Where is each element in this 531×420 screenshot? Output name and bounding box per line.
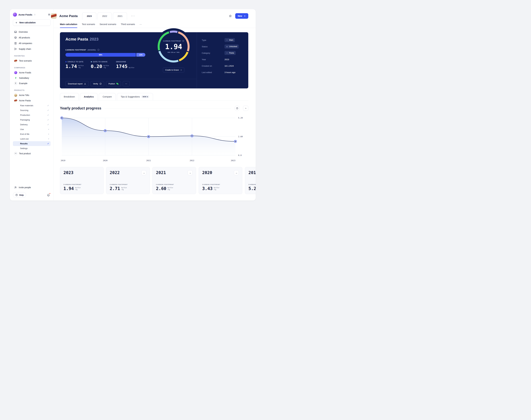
pasta-section-label: Delivery [20,123,28,126]
scope-select[interactable]: Cradle to Grave [163,68,184,73]
page-title: Acme Pasta [59,14,78,18]
gauge-label: CARBON FOOTPRINT [163,40,181,42]
more-scenarios-button[interactable]: ··· [140,21,142,28]
verify-button[interactable]: Verify [91,81,104,86]
sidebar-item-all-companies[interactable]: All companies [13,41,50,46]
detail-row-created-on: Created on 18.1.2024 [202,63,243,68]
notification-dot [49,193,50,194]
stat-value: 1745 [116,64,127,69]
download-report-button[interactable]: Download report [65,81,89,86]
stat-value: 1.74 [65,64,77,69]
more-years-button[interactable]: ··· [128,12,138,20]
pasta-section-delivery[interactable]: Delivery✓ [13,122,50,127]
new-calculation-button[interactable]: New calculation [13,19,50,26]
help-button[interactable]: Help [13,192,26,198]
pasta-section-label: Settings [20,147,28,150]
category-value: Pasta [229,52,234,54]
tab-analytics[interactable]: Analytics [80,93,98,100]
tab-test-scenario[interactable]: Test scenario [82,21,95,28]
svg-text:2019: 2019 [61,159,65,162]
tab-compare[interactable]: Compare [99,93,116,100]
hero-card: Acme Pasta2023 CARBON FOOTPRINT (SHARE) … [60,32,248,89]
pasta-section-label: Results [20,142,28,145]
chevron-updown-icon [34,14,36,16]
year-tab-2023[interactable]: 2023 [82,12,96,20]
tab-breakdown[interactable]: Breakdown [60,93,79,100]
content-area: Acme Pasta2023 CARBON FOOTPRINT (SHARE) … [54,28,256,200]
pasta-section-end-of-life[interactable]: End of life [13,132,50,136]
card-year: 2022 [110,170,120,175]
tab-main-calculation[interactable]: Main calculation [60,21,77,28]
pasta-section-settings[interactable]: Settings [13,146,50,151]
favorite-item-test-scenario[interactable]: Test scenario [13,58,50,63]
detail-label: Type [202,39,224,41]
pasta-section-label: Land use [20,138,29,140]
info-circle-icon[interactable] [182,40,184,42]
tab-second-scenario[interactable]: Second scenario [100,21,116,28]
gauge-text: CARBON FOOTPRINT 1.94 KG CO₂e / KG [155,28,192,65]
tab-third-scenario[interactable]: Third scenario [121,21,135,28]
sidebar-item-overview[interactable]: Overview [13,29,50,34]
grave-dot [91,61,92,62]
sidebar-bottom: Invite people Help [13,185,50,198]
notifications-bell-icon[interactable] [46,193,50,197]
gauge-unit: KG CO₂e / KG [168,51,179,53]
product-item-acme-pasta[interactable]: Acme Pasta [13,98,50,103]
share-label: (SHARE) [88,49,96,51]
year-tab-2022[interactable]: 2022 [98,12,112,20]
done-check-icon: ✓ [47,114,49,116]
new-button[interactable]: New [235,13,248,19]
pasta-section-results[interactable]: Results✓ [13,141,50,146]
sidebar-item-supply-chain[interactable]: Supply chain [13,46,50,52]
company-item-acme-foods[interactable]: Acme Foods [13,70,50,75]
card-unit: kg CO₂e/ kg [214,187,219,191]
publish-label: Publish [109,83,115,85]
pasta-section-land-use[interactable]: Land use [13,136,50,141]
sidebar-header: Acme Foods [13,13,50,16]
pasta-section-production[interactable]: Production✓ [13,113,50,118]
hero-title: Acme Pasta2023 [65,37,151,42]
pending-dot-icon [48,138,49,139]
favorite-star-icon[interactable] [229,15,232,17]
category-select[interactable]: Pasta [224,51,236,55]
collapse-sidebar-icon[interactable] [48,13,50,16]
open-year-button[interactable]: → [141,170,146,175]
cradle-dot [65,61,66,62]
invite-people-button[interactable]: Invite people [13,185,50,190]
publish-button[interactable]: Publish [106,81,121,86]
year-value: 2023 [224,58,229,61]
tab-tips-suggestions[interactable]: Tips & Suggestions NEW [117,93,153,100]
stat-label: GATE TO GRAVE [93,61,108,63]
tab-label: Tips & Suggestions [121,95,140,98]
pasta-section-use[interactable]: Use [13,127,50,132]
svg-text:2021: 2021 [146,159,151,162]
building-icon [14,42,17,45]
year-tab-2021[interactable]: 2021 [113,12,127,20]
chart-help-button[interactable] [234,105,240,111]
cf-label: CARBON FOOTPRINT [65,49,86,51]
company-item-subsidiary[interactable]: Subsidiary [13,75,50,81]
detail-row-category: Category Pasta [202,50,243,56]
pasta-section-raw-materials[interactable]: Raw materials✓ [13,103,50,108]
org-switcher[interactable]: Acme Foods [13,13,36,16]
status-chip[interactable]: Unlocked [224,45,239,48]
done-check-icon: ✓ [47,119,49,121]
pasta-section-sourcing[interactable]: Sourcing✓ [13,108,50,113]
open-year-button[interactable]: → [187,170,192,175]
stat-gate-to-grave: GATE TO GRAVE 0.20 kg CO₂e/ kg [91,61,109,69]
info-circle-icon[interactable] [97,49,100,51]
header-rule [105,108,231,108]
sidebar-item-all-products[interactable]: All products [13,35,50,40]
new-button-label: New [238,15,242,17]
created-on-value: 18.1.2024 [224,65,234,67]
year-card-2021: 2021 → CARBON FOOTPRINT 2.60 kg CO₂e/ kg [152,167,196,194]
company-item-example[interactable]: E Example [13,81,50,86]
type-select[interactable]: Main [224,38,235,42]
plus-icon [244,15,246,17]
more-actions-button[interactable]: ⋯ [123,81,130,86]
open-year-button[interactable]: → [234,170,239,175]
collapse-section-button[interactable] [243,105,248,111]
product-item-test-product[interactable]: TP Test product [13,151,50,156]
pasta-section-packaging[interactable]: Packaging✓ [13,118,50,122]
product-item-acme-tofu[interactable]: Acme Tofu [13,92,50,98]
